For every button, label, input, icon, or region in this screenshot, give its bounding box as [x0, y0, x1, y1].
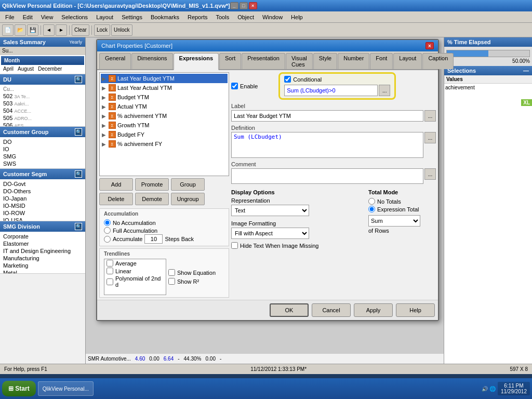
du-item-503[interactable]: 503 Aakri...: [1, 100, 84, 107]
tab-layout[interactable]: Layout: [393, 53, 422, 69]
conditional-formula-input[interactable]: Sum (LCbudget)>0: [284, 85, 378, 96]
tab-expressions[interactable]: Expressions: [174, 53, 219, 70]
expr-budget-ytm[interactable]: ▶ Σ Budget YTM: [101, 92, 228, 102]
menu-reports[interactable]: Reports: [183, 13, 212, 21]
du-item-506[interactable]: 506 AES...: [1, 122, 84, 126]
smg-it[interactable]: IT and Design Engineering: [1, 247, 84, 255]
cg-smg[interactable]: SMG: [1, 153, 84, 160]
menu-view[interactable]: View: [37, 13, 58, 21]
back-button[interactable]: ◄: [43, 24, 55, 36]
menu-object[interactable]: Object: [233, 13, 258, 21]
ok-button[interactable]: OK: [270, 303, 309, 317]
smg-division-search-icon[interactable]: 🔍: [75, 223, 82, 230]
smg-metal[interactable]: Metal: [1, 269, 84, 273]
no-totals-radio[interactable]: [368, 198, 375, 205]
no-accumulation-radio[interactable]: [104, 219, 111, 226]
expr-actual-ytm[interactable]: ▶ Σ Actual YTM: [101, 102, 228, 111]
menu-selections[interactable]: Selections: [57, 13, 92, 21]
menu-bookmarks[interactable]: Bookmarks: [147, 13, 183, 21]
save-button[interactable]: 💾: [27, 24, 38, 36]
seg-do-others[interactable]: DO-Others: [1, 188, 84, 195]
maximize-button[interactable]: □: [240, 2, 248, 9]
taskbar-qlikview[interactable]: QlikView Personal...: [38, 381, 94, 396]
trend-linear[interactable]: Linear: [104, 267, 166, 275]
tab-font[interactable]: Font: [370, 53, 393, 69]
du-item-502[interactable]: 502 3A Te...: [1, 92, 84, 100]
tab-sort[interactable]: Sort: [219, 53, 241, 69]
cg-do[interactable]: DO: [1, 138, 84, 145]
smg-manufacturing[interactable]: Manufacturing: [1, 255, 84, 262]
customer-segm-search-icon[interactable]: 🔍: [75, 170, 82, 178]
tab-style[interactable]: Style: [313, 53, 337, 69]
image-formatting-select[interactable]: Fill with Aspect: [231, 228, 309, 239]
trend-average-checkbox[interactable]: [107, 260, 113, 267]
conditional-checkbox[interactable]: [284, 76, 291, 83]
enable-checkbox[interactable]: [231, 83, 238, 89]
sum-select[interactable]: Sum: [368, 215, 420, 227]
hide-text-checkbox[interactable]: [231, 242, 238, 249]
smg-marketing[interactable]: Marketing: [1, 262, 84, 269]
cg-io[interactable]: IO: [1, 145, 84, 153]
comment-formula-button[interactable]: ...: [424, 168, 436, 180]
du-item-505[interactable]: 505 ADRO...: [1, 114, 84, 122]
representation-select[interactable]: Text: [231, 205, 309, 216]
expr-achivement-fy[interactable]: ▶ Σ % achivement FY: [101, 139, 228, 149]
delete-button[interactable]: Delete: [99, 193, 133, 205]
promote-button[interactable]: Promote: [135, 178, 169, 191]
dialog-close-button[interactable]: ×: [425, 42, 434, 49]
expr-last-year-budget[interactable]: ▶ Σ Last Year Budget YTM: [101, 74, 228, 83]
lock-button[interactable]: Lock: [94, 24, 110, 36]
close-button[interactable]: ×: [249, 2, 257, 9]
menu-layout[interactable]: Layout: [92, 13, 117, 21]
trend-linear-checkbox[interactable]: [107, 268, 113, 274]
expr-budget-fy[interactable]: ▶ Σ Budget FY: [101, 130, 228, 139]
show-equation-checkbox[interactable]: [168, 269, 175, 276]
seg-do-govt[interactable]: DO-Govt: [1, 180, 84, 188]
label-input[interactable]: Last Year Budget YTM: [231, 110, 423, 122]
demote-button[interactable]: Demote: [135, 193, 169, 205]
expr-last-year-actual[interactable]: ▶ Σ Last Year Actual YTM: [101, 83, 228, 92]
tab-visual-cues[interactable]: Visual Cues: [286, 53, 313, 69]
apply-button[interactable]: Apply: [354, 303, 393, 317]
minimize-button[interactable]: _: [230, 2, 238, 9]
show-r2-checkbox[interactable]: [168, 278, 175, 285]
tab-dimensions[interactable]: Dimensions: [131, 53, 172, 69]
smg-corporate[interactable]: Corporate: [1, 233, 84, 240]
seg-io-usa[interactable]: IO-USA: [1, 217, 84, 221]
menu-help[interactable]: Help: [287, 13, 307, 21]
tab-general[interactable]: General: [99, 53, 131, 69]
conditional-formula-button[interactable]: ...: [379, 85, 390, 96]
new-button[interactable]: 📄: [2, 24, 14, 36]
cancel-button[interactable]: Cancel: [312, 303, 351, 317]
start-button[interactable]: ⊞ Start: [2, 381, 36, 396]
expr-achivement-ytm[interactable]: ▶ Σ % achivement YTM: [101, 111, 228, 121]
seg-io-msid[interactable]: IO-MSID: [1, 202, 84, 209]
forward-button[interactable]: ►: [56, 24, 67, 36]
unlock-button[interactable]: Unlock: [111, 24, 132, 36]
accumulate-radio[interactable]: [104, 236, 111, 243]
tab-caption[interactable]: Caption: [422, 53, 454, 69]
smg-elastomer[interactable]: Elastomer: [1, 240, 84, 247]
cg-sws[interactable]: SWS: [1, 160, 84, 167]
customer-group-search-icon[interactable]: 🔍: [75, 128, 82, 136]
menu-file[interactable]: File: [1, 13, 19, 21]
menu-window[interactable]: Window: [258, 13, 287, 21]
add-button[interactable]: Add: [99, 178, 133, 191]
definition-textarea[interactable]: Sum (LCbudget): [231, 132, 423, 158]
menu-edit[interactable]: Edit: [19, 13, 37, 21]
label-formula-button[interactable]: ...: [424, 110, 436, 122]
open-button[interactable]: 📂: [15, 24, 26, 36]
expr-growth-ytm[interactable]: ▶ Σ Growth YTM: [101, 121, 228, 130]
trend-polynomial[interactable]: Polynomial of 2nd d: [104, 275, 166, 288]
tab-number[interactable]: Number: [338, 53, 369, 69]
steps-input[interactable]: [144, 234, 163, 244]
ungroup-button[interactable]: Ungroup: [171, 193, 205, 205]
tab-presentation[interactable]: Presentation: [242, 53, 285, 69]
comment-textarea[interactable]: [231, 168, 423, 184]
seg-io-row[interactable]: IO-ROW: [1, 209, 84, 217]
menu-tools[interactable]: Tools: [211, 13, 233, 21]
expression-total-radio[interactable]: [368, 206, 375, 212]
du-item-504[interactable]: 504 ACCE...: [1, 107, 84, 114]
full-accumulation-radio[interactable]: [104, 227, 111, 234]
clear-button[interactable]: Clear: [72, 24, 89, 36]
